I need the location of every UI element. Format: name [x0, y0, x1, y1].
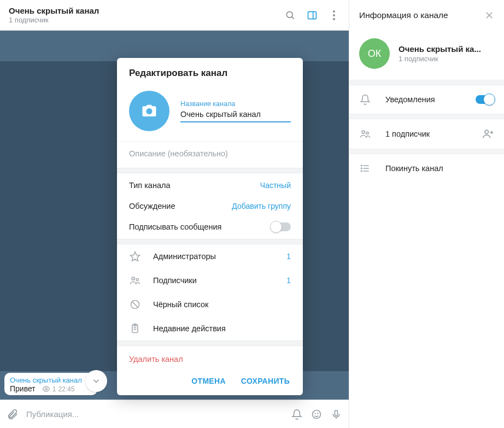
attach-icon[interactable]: [7, 408, 19, 420]
chat-header-titles[interactable]: Очень скрытый канал 1 подписчик: [9, 6, 284, 24]
block-icon: [129, 299, 141, 310]
emoji-icon[interactable]: [310, 408, 323, 420]
sidebar-toggle-icon[interactable]: [306, 9, 318, 21]
svg-point-10: [136, 278, 138, 280]
channel-type-row[interactable]: Тип канала Частный: [117, 173, 303, 197]
svg-point-5: [333, 14, 335, 16]
edit-channel-modal: Редактировать канал Название канала Опис…: [117, 58, 303, 395]
cancel-button[interactable]: ОТМЕНА: [191, 377, 225, 385]
list-icon: [359, 163, 371, 174]
discussion-row[interactable]: Обсуждение Добавить группу: [117, 197, 303, 218]
svg-point-33: [361, 168, 362, 169]
chat-body: Очень скрытый канал Привет 1 22:45 Редак…: [0, 31, 349, 400]
svg-line-12: [132, 302, 138, 308]
message-channel-name: Очень скрытый канал: [10, 376, 92, 384]
voice-message-icon[interactable]: [330, 408, 342, 420]
svg-point-26: [485, 130, 488, 133]
add-subscriber-icon[interactable]: [482, 128, 494, 140]
svg-point-0: [286, 11, 292, 17]
administrators-label: Администраторы: [153, 252, 216, 261]
recent-actions-row[interactable]: Недавние действия: [117, 316, 303, 341]
info-subscribers-row[interactable]: 1 подписчик: [349, 119, 504, 149]
blacklist-label: Чёрный список: [153, 300, 208, 309]
svg-point-7: [45, 388, 47, 390]
leave-channel-row[interactable]: Покинуть канал: [349, 154, 504, 183]
close-icon[interactable]: [484, 10, 494, 20]
channel-name-label: Название канала: [180, 100, 291, 108]
chat-subtitle: 1 подписчик: [9, 16, 284, 24]
bell-icon: [359, 94, 371, 105]
message-composer: [0, 400, 349, 428]
delete-channel-button[interactable]: Удалить канал: [117, 346, 303, 369]
svg-line-1: [292, 16, 294, 19]
channel-name: Очень скрытый ка...: [398, 44, 481, 54]
notifications-row[interactable]: Уведомления: [349, 85, 504, 114]
discussion-label: Обсуждение: [129, 202, 175, 210]
svg-point-32: [361, 165, 362, 166]
svg-point-9: [132, 277, 134, 280]
sign-messages-row[interactable]: Подписывать сообщения: [117, 218, 303, 239]
views-icon: [42, 385, 50, 393]
message-text: Привет: [10, 384, 36, 393]
more-icon[interactable]: [328, 9, 340, 21]
sign-messages-label: Подписывать сообщения: [129, 222, 221, 231]
channel-type-value: Частный: [260, 181, 291, 190]
save-button[interactable]: СОХРАНИТЬ: [241, 377, 290, 385]
svg-rect-20: [335, 410, 338, 415]
mute-notifications-icon[interactable]: [291, 408, 303, 420]
subscribers-row[interactable]: Подписчики 1: [117, 268, 303, 292]
recent-actions-label: Недавние действия: [153, 324, 226, 333]
channel-info-panel: Информация о канале ОК Очень скрытый ка.…: [349, 0, 504, 428]
notifications-label: Уведомления: [385, 95, 435, 104]
people-icon: [359, 128, 371, 139]
svg-point-34: [361, 171, 362, 172]
svg-point-19: [318, 413, 318, 413]
svg-rect-2: [308, 11, 317, 19]
search-icon[interactable]: [284, 9, 296, 21]
channel-photo-button[interactable]: [129, 91, 169, 131]
administrators-count: 1: [286, 252, 291, 261]
svg-point-25: [366, 132, 368, 134]
svg-point-24: [362, 131, 365, 133]
channel-type-label: Тип канала: [129, 181, 171, 190]
svg-point-18: [315, 413, 315, 413]
composer-input[interactable]: [26, 409, 283, 419]
message-time: 22:45: [58, 385, 74, 393]
blacklist-row[interactable]: Чёрный список: [117, 292, 303, 316]
clipboard-icon: [129, 323, 141, 334]
star-icon: [129, 251, 141, 262]
message-meta: 1 22:45: [42, 385, 75, 393]
info-subscribers-label: 1 подписчик: [385, 130, 430, 138]
svg-point-4: [333, 10, 335, 13]
chat-header: Очень скрытый канал 1 подписчик: [0, 0, 349, 31]
modal-title: Редактировать канал: [117, 58, 303, 87]
discussion-action: Добавить группу: [232, 202, 291, 210]
channel-name-input[interactable]: [180, 108, 291, 122]
message-views: 1: [52, 385, 56, 393]
people-icon: [129, 275, 141, 286]
channel-subtitle: 1 подписчик: [398, 55, 481, 63]
channel-description-input[interactable]: Описание (необязательно): [117, 141, 303, 168]
channel-avatar: ОК: [359, 38, 390, 69]
svg-point-6: [333, 18, 335, 20]
administrators-row[interactable]: Администраторы 1: [117, 244, 303, 268]
leave-channel-label: Покинуть канал: [385, 164, 443, 173]
notifications-toggle[interactable]: [476, 95, 494, 104]
message-bubble[interactable]: Очень скрытый канал Привет 1 22:45: [4, 373, 97, 395]
scroll-down-button[interactable]: [85, 370, 107, 392]
chat-title: Очень скрытый канал: [9, 6, 284, 15]
channel-summary[interactable]: ОК Очень скрытый ка... 1 подписчик: [349, 31, 504, 80]
svg-marker-8: [131, 252, 140, 261]
sign-messages-toggle[interactable]: [271, 222, 291, 231]
info-panel-title: Информация о канале: [359, 10, 484, 20]
subscribers-count: 1: [286, 276, 291, 285]
svg-point-17: [313, 410, 321, 418]
subscribers-label: Подписчики: [153, 276, 197, 285]
